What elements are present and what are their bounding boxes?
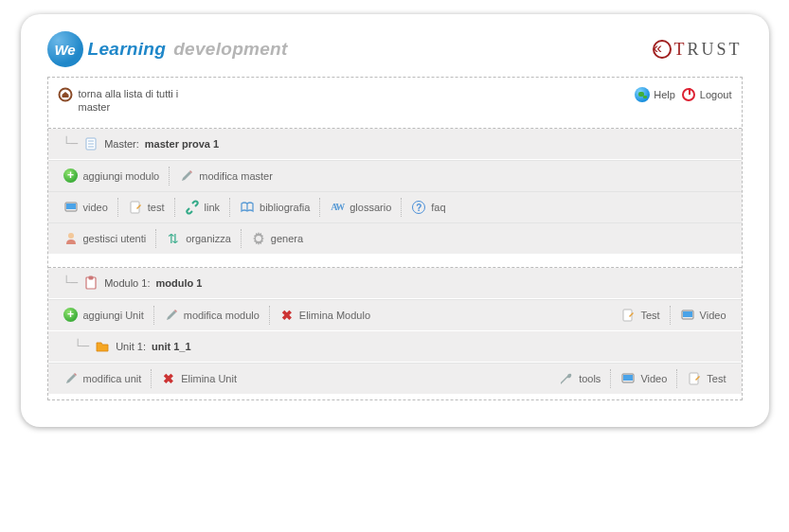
unit-tools-button[interactable]: tools: [551, 369, 608, 388]
master-name: master prova 1: [145, 138, 219, 150]
unit-header: └─ Unit 1: unit 1_1: [48, 330, 742, 363]
master-section: └─ Master: master prova 1 + aggiungi mod…: [48, 128, 742, 254]
module-video-button[interactable]: Video: [672, 306, 734, 325]
delete-icon: ✖: [161, 371, 176, 386]
back-to-masters-label: torna alla lista di tutti i master: [79, 87, 183, 115]
svg-rect-13: [683, 311, 692, 317]
module-test-button[interactable]: Test: [613, 306, 667, 325]
topbar: torna alla lista di tutti i master Help …: [48, 87, 742, 124]
test-icon: [687, 371, 702, 386]
master-toolbar-3: gestisci utenti ⇅ organizza genera: [48, 222, 742, 254]
edit-module-button[interactable]: modifica modulo: [156, 306, 267, 325]
logout-label: Logout: [700, 89, 732, 100]
tree-branch-icon: └─: [75, 339, 90, 353]
module-toolbar: + aggiungi Unit modifica modulo ✖ Elimin…: [48, 299, 742, 330]
home-icon: [58, 87, 73, 102]
manage-users-button[interactable]: gestisci utenti: [56, 229, 154, 248]
top-links: Help Logout: [635, 87, 731, 102]
clipboard-icon: [83, 275, 99, 291]
delete-module-button[interactable]: ✖ Elimina Modulo: [272, 306, 378, 325]
main-panel: torna alla lista di tutti i master Help …: [47, 77, 743, 400]
glossary-button[interactable]: AW glossario: [322, 198, 399, 217]
tree-branch-icon: └─: [63, 275, 79, 290]
help-label: Help: [654, 89, 675, 100]
monitor-icon: [680, 308, 695, 323]
pencil-icon: [63, 371, 79, 386]
folder-icon: [95, 339, 110, 354]
user-icon: [63, 231, 79, 246]
faq-button[interactable]: ? faq: [403, 198, 453, 217]
svg-rect-6: [66, 204, 76, 209]
test-icon: [128, 200, 143, 215]
svg-rect-10: [89, 276, 93, 279]
help-link[interactable]: Help: [635, 87, 675, 102]
brand-logo: We Learning development: [47, 31, 288, 67]
app-card: We Learning development TRUST torna alla…: [21, 14, 769, 427]
add-unit-button[interactable]: + aggiungi Unit: [56, 306, 152, 325]
pencil-icon: [164, 308, 179, 323]
gear-icon: [251, 231, 266, 246]
we-badge: We: [47, 31, 83, 67]
unit-test-button[interactable]: Test: [679, 369, 733, 388]
unit-section: └─ Unit 1: unit 1_1 modifica unit: [48, 330, 742, 394]
master-label: Master:: [104, 138, 139, 150]
delete-unit-button[interactable]: ✖ Elimina Unit: [153, 369, 244, 388]
monitor-icon: [620, 371, 636, 386]
unit-toolbar: modifica unit ✖ Elimina Unit: [48, 363, 742, 394]
add-module-button[interactable]: + aggiungi modulo: [56, 167, 168, 186]
edit-unit-button[interactable]: modifica unit: [56, 369, 150, 388]
master-toolbar-2: video test link: [48, 191, 742, 222]
test-icon: [620, 308, 636, 323]
book-icon: [240, 200, 255, 215]
brand-dev: development: [173, 39, 288, 60]
globe-icon: [635, 87, 650, 102]
unit-name: unit 1_1: [152, 341, 191, 352]
svg-point-8: [68, 233, 74, 239]
test-button[interactable]: test: [120, 198, 172, 217]
svg-rect-15: [623, 375, 633, 381]
bibliography-button[interactable]: bibliografia: [232, 198, 317, 217]
module-label: Modulo 1:: [104, 277, 150, 289]
wrench-icon: [559, 371, 574, 386]
back-to-masters-link[interactable]: torna alla lista di tutti i master: [58, 87, 183, 115]
power-icon: [682, 88, 695, 101]
module-name: modulo 1: [155, 277, 202, 289]
generate-button[interactable]: genera: [243, 229, 311, 248]
unit-video-button[interactable]: Video: [613, 369, 674, 388]
edit-master-button[interactable]: modifica master: [171, 167, 280, 186]
glossary-icon: AW: [330, 200, 345, 215]
logout-link[interactable]: Logout: [681, 87, 732, 102]
link-button[interactable]: link: [177, 198, 228, 217]
module-header: └─ Modulo 1: modulo 1: [48, 268, 742, 299]
module-section: └─ Modulo 1: modulo 1 + aggiungi Unit: [48, 267, 742, 394]
pencil-icon: [179, 168, 194, 184]
plus-icon: +: [63, 308, 78, 322]
plus-icon: +: [63, 168, 78, 183]
document-icon: [83, 136, 99, 151]
trust-badge-icon: [653, 40, 672, 59]
master-header: └─ Master: master prova 1: [48, 129, 742, 160]
organize-icon: ⇅: [166, 231, 181, 246]
delete-icon: ✖: [279, 308, 295, 323]
question-icon: ?: [412, 201, 425, 214]
unit-label: Unit 1:: [116, 341, 146, 352]
link-icon: [185, 200, 200, 215]
brand-learning: Learning: [88, 39, 167, 60]
master-toolbar-1: + aggiungi modulo modifica master: [48, 160, 742, 191]
monitor-icon: [63, 200, 79, 215]
organize-button[interactable]: ⇅ organizza: [158, 229, 239, 248]
header: We Learning development TRUST: [47, 31, 743, 67]
tree-branch-icon: └─: [63, 136, 79, 151]
trust-logo: TRUST: [653, 40, 742, 60]
video-button[interactable]: video: [56, 198, 116, 217]
